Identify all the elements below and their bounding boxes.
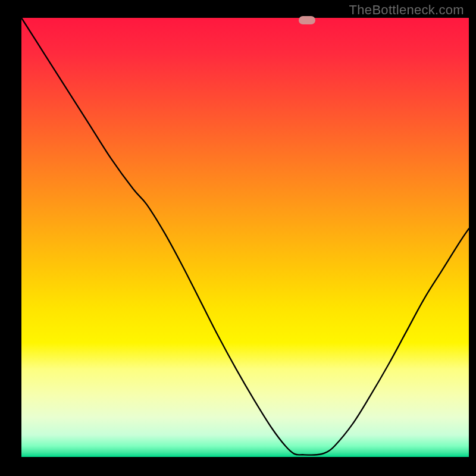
plot-background [21, 18, 469, 457]
watermark-text: TheBottleneck.com [349, 2, 464, 18]
chart-canvas [0, 0, 476, 476]
current-value-marker [299, 16, 315, 24]
chart-frame: TheBottleneck.com [0, 0, 476, 476]
